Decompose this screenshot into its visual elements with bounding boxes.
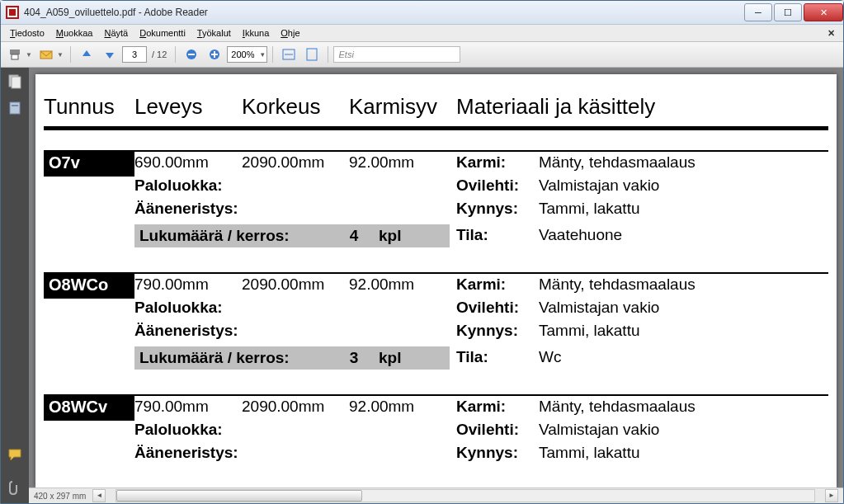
- menu-file[interactable]: Tiedosto: [4, 26, 50, 40]
- plus-icon: [209, 49, 220, 60]
- page-number-input[interactable]: 3: [122, 46, 147, 63]
- print-button[interactable]: [4, 44, 26, 65]
- svg-rect-4: [12, 54, 18, 59]
- menu-window[interactable]: Ikkuna: [237, 26, 275, 40]
- val-tila: Vaatehuone: [539, 226, 828, 244]
- door-id-tag: O7v: [44, 152, 134, 177]
- zoom-select[interactable]: 200%: [227, 46, 266, 63]
- toolbar: ▼ ▼ 3 / 12 200% Etsi: [1, 42, 843, 68]
- count-bar: Lukumäärä / kerros: 4 kpl: [134, 224, 450, 247]
- label-kynnys: Kynnys:: [456, 200, 539, 218]
- svg-rect-14: [12, 77, 21, 88]
- val-ovilehti: Valmistajan vakio: [539, 177, 828, 195]
- val-leveys: 690.00mm: [134, 153, 242, 172]
- scrollbar-thumb[interactable]: [116, 490, 362, 502]
- arrow-up-icon: [80, 48, 93, 61]
- val-count: 3: [329, 349, 379, 367]
- bookmarks-panel-icon[interactable]: [7, 101, 22, 115]
- minus-icon: [186, 49, 197, 60]
- pdf-page: Tunnus Leveys Korkeus Karmisyv Materiaal…: [35, 74, 837, 488]
- header-tunnus: Tunnus: [44, 94, 134, 120]
- maximize-button[interactable]: ☐: [774, 3, 802, 21]
- search-input[interactable]: Etsi: [333, 46, 460, 63]
- page-down-button[interactable]: [99, 44, 120, 65]
- label-lukumaara: Lukumäärä / kerros:: [139, 349, 329, 367]
- zoom-out-button[interactable]: [181, 44, 202, 65]
- menu-tools[interactable]: Työkalut: [191, 26, 237, 40]
- title-bar: 404_A059_oviluettelo.pdf - Adobe Reader …: [1, 1, 843, 25]
- label-ovilehti: Ovilehti:: [456, 421, 539, 439]
- fit-width-icon: [282, 49, 295, 60]
- label-ovilehti: Ovilehti:: [456, 299, 539, 317]
- page-dimensions: 420 x 297 mm: [34, 492, 86, 501]
- label-kpl: kpl: [379, 227, 461, 245]
- zoom-in-button[interactable]: [204, 44, 225, 65]
- val-kynnys: Tammi, lakattu: [539, 444, 828, 462]
- fit-page-button[interactable]: [301, 44, 323, 65]
- val-karmi: Mänty, tehdasmaalaus: [539, 276, 828, 294]
- val-karmisyv: 92.00mm: [349, 398, 456, 416]
- val-karmi: Mänty, tehdasmaalaus: [539, 153, 828, 172]
- toolbar-separator: [70, 46, 71, 63]
- page-up-button[interactable]: [76, 44, 97, 65]
- scroll-left-button[interactable]: ◄: [92, 489, 106, 502]
- menu-help[interactable]: Ohje: [275, 26, 305, 40]
- val-korkeus: 2090.00mm: [242, 398, 349, 416]
- label-kpl: kpl: [379, 349, 461, 367]
- label-tila: Tila:: [456, 348, 539, 366]
- label-aaneneristys: Ääneneristys:: [134, 444, 456, 462]
- fit-width-button[interactable]: [278, 44, 299, 65]
- scroll-right-button[interactable]: ►: [825, 489, 838, 502]
- header-rule: [44, 126, 828, 130]
- work-area: Tunnus Leveys Korkeus Karmisyv Materiaal…: [1, 68, 843, 503]
- svg-rect-15: [10, 102, 20, 114]
- app-icon: [6, 6, 19, 19]
- pages-panel-icon[interactable]: [7, 74, 22, 89]
- val-leveys: 790.00mm: [134, 398, 242, 416]
- svg-rect-2: [9, 9, 16, 16]
- label-aaneneristys: Ääneneristys:: [134, 322, 456, 340]
- page-total-label: / 12: [152, 49, 167, 59]
- menu-close-doc[interactable]: ✕: [823, 28, 840, 39]
- minimize-button[interactable]: ─: [744, 3, 772, 21]
- door-id-tag: O8WCo: [44, 274, 134, 299]
- label-karmi: Karmi:: [456, 276, 539, 294]
- viewer: Tunnus Leveys Korkeus Karmisyv Materiaal…: [29, 68, 843, 503]
- svg-rect-3: [10, 49, 20, 54]
- email-dropdown-icon[interactable]: ▼: [57, 51, 65, 59]
- svg-rect-16: [12, 105, 18, 106]
- menu-view[interactable]: Näytä: [98, 26, 134, 40]
- count-bar: Lukumäärä / kerros: 3 kpl: [134, 346, 450, 370]
- close-button[interactable]: ✕: [804, 3, 843, 21]
- header-leveys: Leveys: [134, 94, 242, 120]
- label-kynnys: Kynnys:: [456, 444, 539, 462]
- menu-bar: Tiedosto Muokkaa Näytä Dokumentti Työkal…: [1, 25, 843, 42]
- label-kynnys: Kynnys:: [456, 322, 539, 340]
- val-leveys: 790.00mm: [134, 276, 242, 294]
- door-id-tag: O8WCv: [44, 396, 134, 421]
- fit-page-icon: [306, 48, 318, 61]
- val-kynnys: Tammi, lakattu: [539, 200, 828, 218]
- print-icon: [8, 48, 21, 61]
- menu-document[interactable]: Dokumentti: [134, 26, 191, 40]
- toolbar-separator: [272, 46, 273, 63]
- toolbar-separator: [328, 46, 328, 63]
- label-paloluokka: Paloluokka:: [134, 421, 456, 439]
- menu-edit[interactable]: Muokkaa: [50, 26, 99, 40]
- val-tila: Wc: [539, 348, 828, 366]
- page-container[interactable]: Tunnus Leveys Korkeus Karmisyv Materiaal…: [29, 68, 843, 488]
- comments-panel-icon[interactable]: [7, 447, 22, 462]
- attachments-panel-icon[interactable]: [7, 480, 22, 495]
- val-karmisyv: 92.00mm: [349, 153, 456, 172]
- label-ovilehti: Ovilehti:: [456, 177, 539, 195]
- label-karmi: Karmi:: [456, 153, 539, 172]
- val-ovilehti: Valmistajan vakio: [539, 421, 828, 439]
- horizontal-scrollbar[interactable]: [116, 489, 815, 502]
- label-tila: Tila:: [456, 226, 539, 244]
- email-icon: [40, 48, 53, 61]
- val-kynnys: Tammi, lakattu: [539, 322, 828, 340]
- email-button[interactable]: [35, 44, 57, 65]
- print-dropdown-icon[interactable]: ▼: [26, 51, 34, 59]
- arrow-down-icon: [103, 48, 116, 61]
- toolbar-separator: [175, 46, 176, 63]
